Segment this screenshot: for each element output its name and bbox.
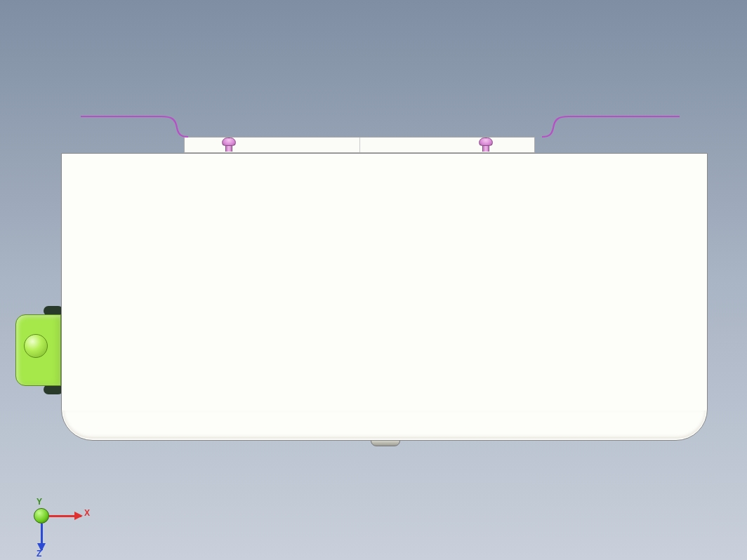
screw-head: [222, 138, 236, 146]
triad-origin-icon: [34, 508, 49, 524]
screw-head: [479, 138, 493, 146]
triad-label-y: Y: [37, 497, 42, 507]
latch-pin[interactable]: [24, 334, 48, 358]
hinge-pin-bottom: [44, 385, 63, 394]
screw-shaft: [225, 146, 232, 152]
cover-screw-right[interactable]: [477, 138, 494, 152]
view-triad[interactable]: X Y Z: [20, 500, 83, 549]
triad-label-x: X: [84, 508, 90, 518]
cover-plate-seam: [359, 138, 360, 152]
cad-3d-viewport[interactable]: X Y Z: [0, 0, 747, 560]
triad-axis-x-icon: [49, 515, 81, 517]
main-housing[interactable]: [61, 153, 708, 441]
screw-shaft: [482, 146, 489, 152]
cover-screw-left[interactable]: [220, 138, 237, 152]
triad-label-z: Z: [37, 549, 41, 559]
triad-axis-z-icon: [41, 524, 43, 550]
